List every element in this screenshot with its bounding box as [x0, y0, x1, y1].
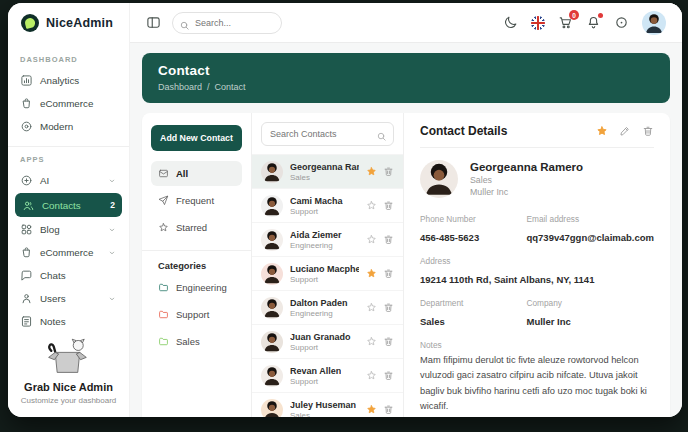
contacts-count-badge: 2: [110, 200, 115, 210]
sidebar-item-label: eCommerce: [40, 98, 93, 109]
contact-row[interactable]: Aida ZiemerEngineering: [252, 223, 403, 257]
sidebar-promo[interactable]: Grab Nice Admin Customize your dashboard: [8, 333, 129, 417]
contact-row[interactable]: Revan AllenSupport: [252, 359, 403, 393]
contact-row[interactable]: Juley HusemanSales: [252, 393, 403, 417]
contact-avatar: [261, 331, 283, 353]
contact-role: Engineering: [290, 309, 348, 318]
star-icon[interactable]: [366, 166, 377, 177]
sidebar-item-blog[interactable]: Blog: [20, 218, 117, 241]
contact-role: Sales: [290, 173, 359, 182]
trash-icon[interactable]: [642, 125, 654, 137]
department-field: Department Sales: [420, 298, 516, 329]
sidebar-item-users[interactable]: Users: [20, 287, 117, 310]
star-icon[interactable]: [366, 234, 377, 245]
sidebar-item-chats[interactable]: Chats: [20, 264, 117, 287]
promo-subtitle: Customize your dashboard: [16, 396, 121, 405]
contact-meta: Juley HusemanSales: [290, 400, 356, 418]
scope-icon[interactable]: [614, 15, 629, 30]
cart-button[interactable]: 0: [558, 15, 573, 30]
category-support[interactable]: Support: [151, 302, 242, 327]
contact-row[interactable]: Georgeanna RameroSales: [252, 155, 403, 189]
company-field: Company Muller Inc: [526, 298, 654, 329]
folder-icon: [158, 282, 169, 293]
sidebar-item-ai[interactable]: AI: [20, 169, 117, 192]
row-actions: [366, 268, 394, 279]
view-filters: All Frequent Starred: [151, 161, 242, 240]
trash-icon[interactable]: [383, 234, 394, 245]
contact-name: Revan Allen: [290, 366, 341, 376]
category-label: Support: [176, 309, 209, 320]
category-label: Engineering: [176, 282, 227, 293]
detail-name: Georgeanna Ramero: [470, 161, 583, 173]
star-icon[interactable]: [366, 302, 377, 313]
sidebar-item-ecommerce[interactable]: eCommerce: [20, 92, 117, 115]
basket-icon: [20, 97, 33, 110]
contact-avatar: [261, 365, 283, 387]
chevron-down-icon: [107, 248, 117, 258]
contact-meta: Luciano MacphersonSupport: [290, 264, 359, 284]
top-header: 0: [130, 3, 682, 43]
row-actions: [366, 166, 394, 177]
contact-row[interactable]: Juan GranadoSupport: [252, 325, 403, 359]
star-icon[interactable]: [366, 404, 377, 415]
trash-icon[interactable]: [383, 404, 394, 415]
address-field: Address 19214 110th Rd, Saint Albans, NY…: [420, 256, 654, 287]
row-actions: [366, 336, 394, 347]
star-icon[interactable]: [366, 370, 377, 381]
contact-role: Sales: [290, 411, 356, 418]
trash-icon[interactable]: [383, 166, 394, 177]
category-engineering[interactable]: Engineering: [151, 275, 242, 300]
field-label: Phone Number: [420, 214, 516, 224]
sidebar-item-label: Notes: [40, 316, 66, 327]
breadcrumb-home[interactable]: Dashboard: [158, 82, 202, 92]
filters-panel: Add New Contact All Frequent Starred: [142, 113, 252, 417]
trash-icon[interactable]: [383, 268, 394, 279]
contact-row[interactable]: Dalton PadenEngineering: [252, 291, 403, 325]
moon-icon[interactable]: [503, 15, 518, 30]
breadcrumb: Dashboard / Contact: [158, 82, 654, 92]
category-label: Sales: [176, 336, 200, 347]
sidebar-item-notes[interactable]: Notes: [20, 310, 117, 333]
filter-starred[interactable]: Starred: [151, 215, 242, 240]
pencil-icon[interactable]: [619, 125, 631, 137]
categories-title: Categories: [151, 261, 242, 271]
sidebar-item-label: Contacts: [42, 200, 81, 211]
uk-flag-icon[interactable]: [531, 16, 545, 30]
contact-meta: Georgeanna RameroSales: [290, 162, 359, 182]
notifications-button[interactable]: [586, 15, 601, 30]
trash-icon[interactable]: [383, 302, 394, 313]
sidebar-item-modern[interactable]: Modern: [20, 115, 117, 138]
trash-icon[interactable]: [383, 200, 394, 211]
page-title: Contact: [158, 63, 654, 78]
trash-icon[interactable]: [383, 336, 394, 347]
star-icon[interactable]: [366, 268, 377, 279]
contacts-search-input[interactable]: [261, 122, 394, 146]
contact-row[interactable]: Luciano MacphersonSupport: [252, 257, 403, 291]
contact-name: Aida Ziemer: [290, 230, 342, 240]
brand-logo[interactable]: NiceAdmin: [8, 3, 129, 43]
user-avatar[interactable]: [642, 11, 666, 35]
field-value: 456-485-5623: [420, 232, 479, 243]
contact-avatar: [261, 399, 283, 418]
star-icon[interactable]: [366, 200, 377, 211]
star-icon[interactable]: [366, 336, 377, 347]
trash-icon[interactable]: [383, 370, 394, 381]
contact-row[interactable]: Cami MachaSupport: [252, 189, 403, 223]
bar-chart-icon: [20, 74, 33, 87]
sidebar-item-contacts[interactable]: Contacts 2: [15, 193, 122, 217]
sidebar-toggle-icon[interactable]: [146, 15, 161, 30]
contact-avatar: [261, 195, 283, 217]
row-actions: [366, 200, 394, 211]
details-actions: [596, 125, 654, 137]
contact-avatar: [261, 297, 283, 319]
category-sales[interactable]: Sales: [151, 329, 242, 354]
filter-frequent[interactable]: Frequent: [151, 188, 242, 213]
star-icon[interactable]: [596, 125, 608, 137]
box-cat-illustration: [42, 337, 96, 377]
sidebar-item-ecommerce-app[interactable]: eCommerce: [20, 241, 117, 264]
sidebar-item-analytics[interactable]: Analytics: [20, 69, 117, 92]
contact-name: Juley Huseman: [290, 400, 356, 410]
notes-field: Notes Mam fifipimu derulot tic fivte ale…: [420, 340, 654, 414]
add-new-contact-button[interactable]: Add New Contact: [151, 125, 242, 151]
filter-all[interactable]: All: [151, 161, 242, 186]
